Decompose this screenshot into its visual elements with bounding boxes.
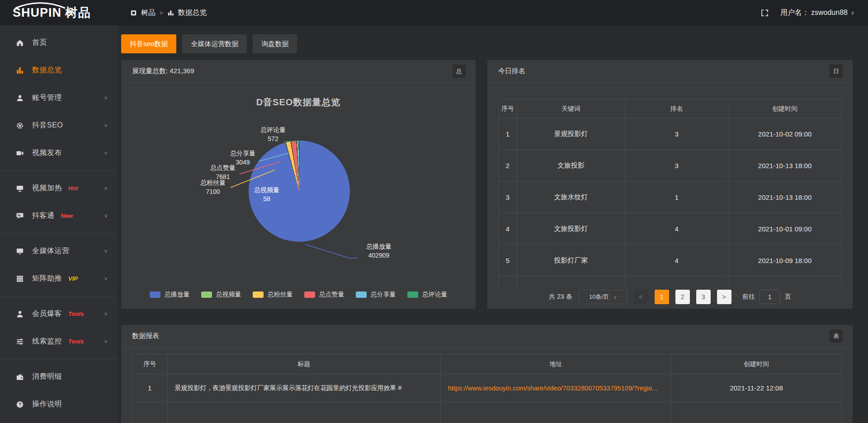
legend-chip-icon	[304, 291, 315, 298]
next-page-button[interactable]: >	[717, 290, 731, 304]
bar-chart-icon	[167, 9, 174, 16]
legend-item-0[interactable]: 总播放量	[150, 291, 190, 299]
sidebar-item-account[interactable]: 账号管理 ∨	[0, 84, 118, 112]
ranking-row-keyword: 景观投影灯	[517, 118, 625, 150]
goto-page-input[interactable]	[760, 290, 780, 304]
video-camera-icon	[15, 149, 24, 158]
person-icon	[15, 310, 24, 319]
page-button-3[interactable]: 3	[696, 290, 711, 304]
sidebar-item-douyin-seo[interactable]: 抖音SEO ∨	[0, 112, 118, 139]
chevron-down-icon: ∨	[851, 10, 854, 16]
day-toggle-button[interactable]: 日	[830, 65, 843, 78]
pagination: 共 23 条 10条/页 ∨ < 1 2 3 > 前往 页	[498, 290, 842, 304]
pie-label-fans: 总粉丝量7100	[188, 178, 238, 196]
page-size-select[interactable]: 10条/页 ∨	[579, 290, 627, 304]
table-stub-cell	[671, 402, 842, 423]
chevron-down-icon: ∨	[104, 276, 108, 282]
data-tabs: 抖音seo数据 全媒体运营数据 询盘数据	[121, 34, 853, 53]
sidebar-item-video-heat[interactable]: 视频加热 Hot ∨	[0, 174, 118, 202]
user-menu[interactable]: 用户名： zswodun88 ∨	[780, 8, 854, 18]
vip-badge: VIP	[68, 275, 78, 282]
legend-chip-icon	[253, 291, 264, 298]
breadcrumb-root[interactable]: 树品	[141, 8, 156, 18]
sliders-icon	[15, 337, 24, 346]
sidebar-item-home[interactable]: 首页	[0, 29, 118, 56]
table-toggle-button[interactable]: 表	[830, 329, 843, 343]
tab-douyin-seo-data[interactable]: 抖音seo数据	[121, 34, 176, 53]
pie-label-plays: 总播放量402909	[356, 242, 401, 260]
impressions-panel: 展现量总数: 421,369 总 D音SEO数据量总览 总评论量572 总分	[121, 60, 476, 309]
chevron-down-icon: ∨	[104, 185, 108, 191]
sidebar-item-matrix-boost[interactable]: 矩阵助推 VIP ∨	[0, 265, 118, 292]
report-row-created: 2021-11-22 12:08	[671, 374, 842, 402]
chart-legend: 总播放量总视频量总粉丝量总点赞量总分享量总评论量	[121, 291, 476, 299]
report-row-index: 1	[132, 374, 168, 402]
today-ranking-panel: 今日排名 日 序号 关键词 排名 创建时间 1 景观投影灯 3 2021-10-…	[487, 60, 853, 309]
legend-item-1[interactable]: 总视频量	[201, 291, 241, 299]
column-header: 序号	[498, 99, 517, 118]
column-header: 创建时间	[728, 99, 842, 118]
page-button-1[interactable]: 1	[655, 290, 669, 304]
impressions-total-label: 展现量总数: 421,369	[132, 67, 194, 75]
question-circle-icon: ?	[15, 400, 24, 409]
ranking-row-index: 4	[498, 213, 517, 245]
app-logo: SHUPIN 树品	[0, 0, 118, 25]
home-icon	[15, 38, 24, 47]
sidebar-item-consume-detail[interactable]: 消费明细	[0, 363, 118, 390]
chevron-down-icon: ∨	[104, 213, 108, 219]
sidebar-item-video-publish[interactable]: 视频发布 ∨	[0, 139, 118, 167]
sidebar-divider	[0, 170, 118, 171]
breadcrumb-separator: >	[160, 9, 163, 16]
chevron-down-icon: ∨	[104, 122, 108, 128]
column-header: 地址	[441, 354, 671, 374]
pie-label-comments: 总评论量572	[248, 125, 298, 143]
sidebar-item-member-burst[interactable]: 会员爆客 Tools ∨	[0, 300, 118, 328]
table-stub-cell	[625, 277, 728, 288]
table-stub-cell	[168, 402, 441, 423]
prev-page-button[interactable]: <	[634, 290, 648, 304]
legend-label: 总点赞量	[319, 291, 344, 299]
legend-item-5[interactable]: 总评论量	[407, 291, 448, 299]
goto-label: 前往	[742, 293, 755, 301]
total-toggle-button[interactable]: 总	[453, 65, 466, 78]
sidebar: 首页 数据总览 账号管理 ∨ 抖音SEO ∨ 视频发布 ∨ 视频加热 Hot ∨	[0, 25, 118, 423]
sidebar-item-media-ops[interactable]: 全媒体运营 ∨	[0, 237, 118, 265]
ranking-row-rank: 3	[625, 118, 728, 150]
username-value: zswodun88	[811, 9, 848, 17]
legend-chip-icon	[201, 291, 212, 298]
sidebar-item-clue-monitor[interactable]: 线索监控 Tools ∨	[0, 328, 118, 355]
chart-title: D音SEO数据量总览	[121, 96, 476, 108]
tab-media-ops-data[interactable]: 全媒体运营数据	[182, 34, 247, 53]
sidebar-item-douketong[interactable]: 抖客通 New ∨	[0, 202, 118, 230]
table-stub-cell	[441, 402, 671, 423]
fullscreen-icon[interactable]	[761, 9, 769, 17]
ranking-row-index: 1	[498, 118, 517, 150]
user-icon	[15, 94, 24, 103]
report-row-title: 景观投影灯，夜游景观投影灯厂家展示展示落花灯在花园里的灯光投影应用效果 #	[168, 374, 441, 402]
report-row-url-link[interactable]: https://www.iesdouyin.com/share/video/70…	[441, 374, 671, 402]
legend-item-3[interactable]: 总点赞量	[304, 291, 344, 299]
legend-chip-icon	[407, 291, 418, 298]
ranking-row-index: 3	[498, 182, 517, 213]
ranking-panel-title: 今日排名	[498, 67, 525, 75]
sidebar-item-data-overview[interactable]: 数据总览	[0, 56, 118, 84]
legend-item-2[interactable]: 总粉丝量	[253, 291, 293, 299]
column-header: 排名	[625, 99, 728, 118]
legend-item-4[interactable]: 总分享量	[356, 291, 396, 299]
chat-bubble-icon	[15, 212, 24, 221]
table-stub-cell	[132, 402, 168, 423]
tab-inquiry-data[interactable]: 询盘数据	[253, 34, 297, 53]
breadcrumb-current: 数据总览	[178, 8, 207, 18]
ranking-row-created: 2021-10-13 18:00	[728, 150, 842, 182]
page-button-2[interactable]: 2	[675, 290, 690, 304]
ranking-row-rank: 1	[625, 182, 728, 213]
chevron-down-icon: ∨	[104, 338, 108, 344]
breadcrumb: 树品 > 数据总览	[130, 8, 207, 18]
main-content: 抖音seo数据 全媒体运营数据 询盘数据 展现量总数: 421,369 总 D音…	[118, 25, 868, 423]
sidebar-item-help[interactable]: ? 操作说明	[0, 390, 118, 418]
dashboard-icon	[130, 9, 137, 16]
pagination-total: 共 23 条	[549, 293, 572, 301]
ranking-row-created: 2021-10-09 18:00	[728, 245, 842, 277]
table-stub-cell	[728, 277, 842, 288]
svg-text:?: ?	[19, 402, 21, 407]
